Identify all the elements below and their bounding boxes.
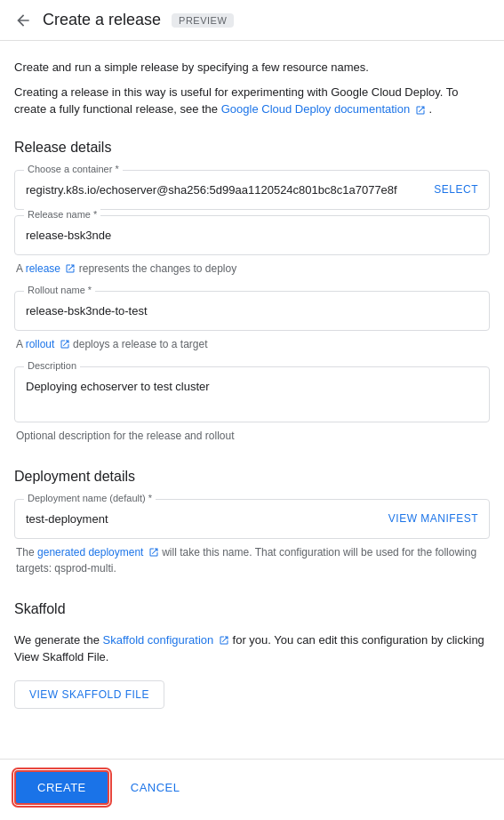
- header: Create a release PREVIEW: [0, 0, 504, 41]
- release-details-title: Release details: [14, 140, 490, 156]
- deployment-name-input[interactable]: [15, 500, 378, 538]
- view-manifest-button[interactable]: VIEW MANIFEST: [378, 512, 489, 525]
- create-button[interactable]: CREATE: [14, 770, 109, 805]
- skaffold-hint: We generate the Skaffold configuration f…: [14, 631, 490, 666]
- rollout-name-field-group: Rollout name *: [14, 291, 490, 331]
- intro-line2: Creating a release in this way is useful…: [14, 84, 490, 118]
- actions-bar: CREATE CANCEL: [0, 759, 504, 816]
- deployment-hint: The generated deployment will take this …: [14, 544, 490, 576]
- container-field-group: Choose a container * SELECT: [14, 170, 490, 210]
- deployment-details-title: Deployment details: [14, 469, 490, 485]
- container-field-row: SELECT: [15, 171, 489, 209]
- deployment-hint-prefix: The: [16, 546, 35, 559]
- generated-deployment-link[interactable]: generated deployment: [37, 546, 143, 559]
- deployment-name-row: VIEW MANIFEST: [15, 500, 489, 538]
- skaffold-title: Skaffold: [14, 601, 490, 617]
- description-field-group: Description Deploying echoserver to test…: [14, 366, 490, 422]
- release-name-input[interactable]: [15, 216, 489, 254]
- cloud-deploy-docs-link[interactable]: Google Cloud Deploy documentation: [221, 102, 410, 116]
- rollout-name-label: Rollout name *: [24, 285, 95, 296]
- release-hint: A release represents the changes to depl…: [14, 261, 490, 277]
- main-content: Create and run a simple release by speci…: [0, 41, 504, 752]
- rollout-link[interactable]: rollout: [26, 338, 55, 350]
- view-skaffold-file-button[interactable]: VIEW SKAFFOLD FILE: [14, 680, 164, 709]
- deployment-name-field-group: Deployment name (default) * VIEW MANIFES…: [14, 499, 490, 539]
- preview-badge: PREVIEW: [172, 13, 234, 28]
- release-name-label: Release name *: [24, 209, 100, 221]
- description-label: Description: [24, 360, 80, 372]
- rollout-hint-suffix: deploys a release to a target: [73, 338, 207, 350]
- description-input[interactable]: Deploying echoserver to test cluster: [15, 367, 489, 419]
- container-input[interactable]: [15, 171, 423, 209]
- deployment-name-label: Deployment name (default) *: [24, 493, 156, 504]
- description-hint: Optional description for the release and…: [14, 428, 490, 444]
- release-link[interactable]: release: [26, 262, 60, 275]
- rollout-hint: A rollout deploys a release to a target: [14, 336, 490, 352]
- container-label: Choose a container *: [24, 164, 123, 175]
- skaffold-config-link[interactable]: Skaffold configuration: [103, 633, 214, 647]
- intro-line1: Create and run a simple release by speci…: [14, 59, 490, 76]
- rollout-hint-prefix: A: [16, 338, 22, 350]
- skaffold-hint-prefix: We generate the: [14, 633, 100, 647]
- select-container-button[interactable]: SELECT: [423, 183, 489, 196]
- deployment-details-section: Deployment details Deployment name (defa…: [14, 469, 490, 576]
- skaffold-section: Skaffold We generate the Skaffold config…: [14, 601, 490, 709]
- release-hint-prefix: A: [16, 262, 22, 275]
- cancel-button[interactable]: CANCEL: [124, 772, 188, 803]
- rollout-name-input[interactable]: [15, 292, 489, 330]
- intro-text-end: .: [428, 102, 432, 116]
- page-title: Create a release: [43, 11, 161, 29]
- release-name-field-group: Release name *: [14, 215, 490, 255]
- release-hint-suffix: represents the changes to deploy: [79, 262, 236, 275]
- release-details-section: Release details Choose a container * SEL…: [14, 140, 490, 444]
- back-button[interactable]: [14, 12, 32, 29]
